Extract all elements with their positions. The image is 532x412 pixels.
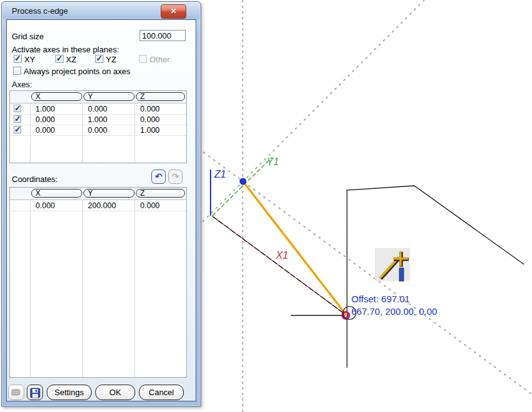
coordinates-table-header: X Y Z bbox=[10, 188, 186, 200]
coordinates-table: X Y Z 0.000 200.000 0.000 bbox=[9, 187, 187, 378]
offset-readout-line2: 667.70, 200.00, 0.00 bbox=[351, 306, 437, 317]
construction-line-y-direction bbox=[198, 0, 424, 226]
axes-row-3-checkbox[interactable] bbox=[14, 126, 21, 133]
axes-cell[interactable]: 0.000 bbox=[36, 115, 55, 124]
column-divider bbox=[30, 199, 31, 377]
dialog-titlebar[interactable]: Process c-edge ✕ bbox=[2, 2, 200, 19]
axes-cell[interactable]: 1.000 bbox=[88, 115, 107, 124]
column-divider bbox=[82, 199, 83, 377]
checkbox-always-project-label: Always project points on axes bbox=[24, 67, 130, 76]
coordinates-column-header-y[interactable]: Y bbox=[83, 189, 135, 198]
load-settings-button bbox=[8, 385, 24, 400]
save-settings-button[interactable] bbox=[27, 385, 43, 400]
coordinate-cell[interactable]: 0.000 bbox=[140, 201, 159, 210]
application-window: Z1 Y1 X1 Offset: 697.01 667.70, 200.00, … bbox=[0, 0, 532, 412]
redo-button: ↷ bbox=[168, 170, 183, 184]
axes-column-header-z[interactable]: Z bbox=[136, 92, 185, 101]
axis-y1-label: Y1 bbox=[267, 156, 279, 167]
grid-size-label: Grid size bbox=[12, 32, 44, 41]
snap-point-center bbox=[344, 313, 347, 316]
coordinates-section-label: Coordinates: bbox=[12, 175, 58, 184]
axes-table-header: X Y Z bbox=[10, 91, 186, 103]
redo-icon: ↷ bbox=[172, 171, 179, 181]
axes-cell[interactable]: 0.000 bbox=[140, 105, 159, 113]
checkbox-other-label: Other bbox=[150, 55, 170, 64]
undo-button[interactable]: ↶ bbox=[151, 170, 166, 184]
axes-cell[interactable]: 0.000 bbox=[36, 126, 55, 135]
dialog-process-c-edge: Process c-edge ✕ Grid size Activate axes… bbox=[1, 1, 201, 407]
axes-cell[interactable]: 0.000 bbox=[140, 115, 159, 124]
undo-icon: ↶ bbox=[155, 171, 163, 181]
close-button[interactable]: ✕ bbox=[161, 4, 186, 19]
close-icon: ✕ bbox=[170, 7, 176, 16]
axes-row-1-checkbox[interactable] bbox=[14, 105, 21, 112]
axes-cell[interactable]: 0.000 bbox=[88, 105, 107, 113]
checkbox-yz-label: YZ bbox=[106, 55, 116, 64]
coordinate-cell[interactable]: 0.000 bbox=[36, 201, 55, 210]
settings-button[interactable]: Settings bbox=[47, 385, 92, 400]
ok-button[interactable]: OK bbox=[95, 385, 135, 400]
coordinate-cell[interactable]: 200.000 bbox=[88, 201, 116, 210]
axes-column-header-y[interactable]: Y bbox=[83, 92, 135, 101]
column-divider bbox=[135, 199, 135, 377]
axes-row-3[interactable]: 0.000 0.000 1.000 bbox=[10, 125, 186, 136]
axes-cell[interactable]: 1.000 bbox=[36, 105, 55, 113]
axes-section-label: Axes: bbox=[12, 80, 32, 89]
folder-icon bbox=[11, 388, 22, 398]
cancel-button[interactable]: Cancel bbox=[139, 385, 184, 400]
axes-row-2-checkbox[interactable] bbox=[14, 115, 21, 123]
rubber-band-edge bbox=[243, 181, 345, 314]
axes-table: X Y Z 1.000 0.000 0.000 0.000 1.000 bbox=[9, 90, 187, 163]
axes-cell[interactable]: 1.000 bbox=[140, 126, 159, 135]
coordinates-column-header-x[interactable]: X bbox=[31, 189, 82, 198]
checkbox-xz[interactable] bbox=[55, 55, 64, 63]
dialog-title: Process c-edge bbox=[12, 6, 68, 16]
part-edge-polyline[interactable] bbox=[347, 186, 524, 368]
axes-column-header-x[interactable]: X bbox=[31, 92, 82, 101]
checkbox-xz-label: XZ bbox=[66, 55, 77, 64]
dialog-body: Grid size Activate axes in these planes:… bbox=[6, 19, 196, 401]
save-icon bbox=[30, 388, 40, 398]
axes-row-2[interactable]: 0.000 1.000 0.000 bbox=[10, 114, 186, 125]
checkbox-always-project[interactable] bbox=[13, 67, 21, 75]
axis-z1-label: Z1 bbox=[214, 169, 226, 180]
axis-x1-label: X1 bbox=[275, 250, 288, 261]
checkbox-yz[interactable] bbox=[95, 55, 103, 63]
offset-readout-line1: Offset: 697.01 bbox=[351, 294, 410, 304]
checkbox-other bbox=[139, 55, 147, 63]
axes-cell[interactable]: 0.000 bbox=[88, 126, 107, 135]
checkbox-xy[interactable] bbox=[14, 55, 22, 63]
checkbox-xy-label: XY bbox=[24, 55, 35, 64]
grid-size-input[interactable] bbox=[140, 30, 186, 41]
coordinates-row-1[interactable]: 0.000 200.000 0.000 bbox=[10, 200, 186, 211]
activate-axes-label: Activate axes in these planes: bbox=[12, 45, 119, 54]
coordinates-column-header-z[interactable]: Z bbox=[136, 189, 185, 198]
draw-edge-cursor-icon bbox=[375, 248, 410, 281]
start-point-marker bbox=[240, 178, 247, 185]
axes-row-1[interactable]: 1.000 0.000 0.000 bbox=[10, 103, 186, 115]
